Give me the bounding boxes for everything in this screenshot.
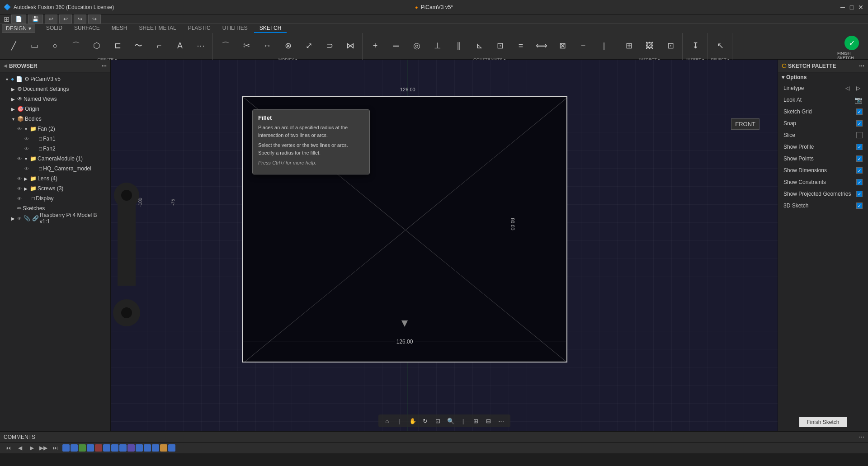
tree-item-doc-settings[interactable]: ▶ ⚙ Document Settings	[0, 84, 110, 94]
tl-item-6[interactable]	[103, 444, 110, 452]
mirror-button[interactable]: ⋈	[340, 34, 360, 57]
image-button[interactable]: 🖼	[640, 34, 660, 57]
undo2-button[interactable]: ↩	[59, 14, 72, 24]
comments-expand[interactable]: ⋯	[859, 434, 864, 440]
circle-button[interactable]: ○	[45, 34, 65, 57]
concentric-button[interactable]: ◎	[407, 34, 427, 57]
tl-item-8[interactable]	[119, 444, 127, 452]
sketch-grid-checkbox[interactable]: ✓	[856, 108, 863, 115]
break-button[interactable]: ⊗	[278, 34, 298, 57]
undo-button[interactable]: ↩	[45, 14, 57, 24]
snap-checkbox[interactable]: ✓	[856, 120, 863, 127]
linetype-left-button[interactable]: ◁	[843, 84, 852, 93]
palette-row-sketch-grid[interactable]: Sketch Grid ✓	[778, 106, 868, 118]
tree-item-origin[interactable]: ▶ 🎯 Origin	[0, 104, 110, 114]
grid-settings-button[interactable]: ⊟	[483, 416, 494, 425]
file-button[interactable]: 📄	[11, 14, 26, 24]
browser-collapse-icon[interactable]: ◀	[4, 63, 7, 68]
tl-item-1[interactable]	[62, 444, 70, 452]
tl-item-7[interactable]	[111, 444, 118, 452]
offset-button[interactable]: ⊃	[320, 34, 340, 57]
grid-icon[interactable]: ⊞	[4, 15, 9, 24]
modify-fillet-button[interactable]: ⌒	[216, 34, 236, 57]
rect-button[interactable]: ▭	[24, 34, 44, 57]
show-constraints-checkbox[interactable]: ✓	[856, 179, 863, 185]
tl-item-5[interactable]	[95, 444, 102, 452]
vert-button[interactable]: |	[594, 34, 614, 57]
design-dropdown[interactable]: DESIGN ▾	[2, 24, 35, 33]
tl-item-9[interactable]	[127, 444, 135, 452]
slice-checkbox[interactable]	[856, 132, 863, 138]
scale-button[interactable]: ⤢	[299, 34, 319, 57]
home-view-button[interactable]: ⌂	[382, 416, 393, 425]
tree-item-screws[interactable]: 👁 ▶ 📁 Screws (3)	[0, 184, 110, 193]
extend-button[interactable]: ↔	[257, 34, 277, 57]
tree-item-fan1[interactable]: 👁 □ Fan1	[0, 134, 110, 144]
finish-sketch-button[interactable]: ✓ FINISH SKETCH	[837, 35, 866, 61]
next-frame-button[interactable]: ▶▶	[39, 443, 48, 452]
tangent-button[interactable]: ⊡	[490, 34, 510, 57]
palette-expand-icon[interactable]: ⋯	[859, 63, 864, 69]
tab-solid[interactable]: SOLID	[41, 24, 68, 33]
fix-button[interactable]: ⊠	[552, 34, 572, 57]
palette-row-slice[interactable]: Slice	[778, 129, 868, 141]
slot-button[interactable]: ⊏	[108, 34, 127, 57]
midpoint-button[interactable]: ⊥	[428, 34, 448, 57]
arc-button[interactable]: ⌒	[66, 34, 86, 57]
look-at-button[interactable]: 📷	[854, 95, 863, 104]
tl-item-11[interactable]	[144, 444, 151, 452]
viewport[interactable]: 126.00 80.00 126.00 -100 -75 FRONT Fille	[111, 60, 778, 431]
tree-item-named-views[interactable]: ▶ 👁 Named Views	[0, 94, 110, 104]
palette-row-show-projected[interactable]: Show Projected Geometries ✓	[778, 188, 868, 200]
show-points-checkbox[interactable]: ✓	[856, 155, 863, 162]
spline-button[interactable]: 〜	[128, 34, 148, 57]
inspect-button[interactable]: ⊞	[619, 34, 639, 57]
tree-item-camera-module[interactable]: 👁 ▾ 📁 CameraModule (1)	[0, 154, 110, 164]
palette-row-3d-sketch[interactable]: 3D Sketch ✓	[778, 200, 868, 212]
tree-item-fan[interactable]: 👁 ▾ 📁 Fan (2)	[0, 124, 110, 134]
close-button[interactable]: ✕	[857, 4, 864, 11]
redo-button[interactable]: ↪	[74, 14, 86, 24]
prev-frame-button[interactable]: ◀	[15, 443, 24, 452]
zoom-in-button[interactable]: 🔍	[445, 416, 456, 425]
first-frame-button[interactable]: ⏮	[4, 443, 13, 452]
select-button[interactable]: ↖	[710, 34, 730, 57]
tl-item-2[interactable]	[71, 444, 78, 452]
parallel-button[interactable]: ∥	[448, 34, 468, 57]
tl-item-12[interactable]	[152, 444, 159, 452]
orbit-button[interactable]: ↻	[420, 416, 431, 425]
line-button[interactable]: ╱	[4, 34, 24, 57]
save-button[interactable]: 💾	[28, 14, 43, 24]
browser-menu-icon[interactable]: ⋯	[101, 63, 107, 69]
more-create[interactable]: ⋯	[191, 34, 211, 57]
tree-item-bodies[interactable]: ▾ 📦 Bodies	[0, 114, 110, 124]
tab-sketch[interactable]: SKETCH	[254, 24, 287, 33]
tab-mesh[interactable]: MESH	[106, 24, 133, 33]
redo2-button[interactable]: ↪	[88, 14, 101, 24]
last-frame-button[interactable]: ⏭	[51, 443, 60, 452]
finish-sketch-palette-button[interactable]: Finish Sketch	[799, 417, 846, 427]
show-dimensions-checkbox[interactable]: ✓	[856, 167, 863, 174]
palette-row-show-dimensions[interactable]: Show Dimensions ✓	[778, 165, 868, 176]
palette-row-show-constraints[interactable]: Show Constraints ✓	[778, 176, 868, 188]
fillet-create-button[interactable]: ⌐	[149, 34, 169, 57]
perp-button[interactable]: ⊾	[469, 34, 489, 57]
display-settings-button[interactable]: ⊞	[471, 416, 481, 425]
sym-button[interactable]: ⟺	[532, 34, 552, 57]
show-projected-checkbox[interactable]: ✓	[856, 191, 863, 197]
tab-utilities[interactable]: UTILITIES	[217, 24, 253, 33]
zoom-fit-button[interactable]: ⊡	[433, 416, 443, 425]
palette-row-snap[interactable]: Snap ✓	[778, 118, 868, 129]
options-section-header[interactable]: ▾ Options	[778, 72, 868, 82]
tree-item-hq-camera[interactable]: 👁 □ HQ_Camera_model	[0, 164, 110, 174]
tree-item-rpi[interactable]: ▶ 👁 📎 🔗 Raspberry Pi 4 Model B v1:1	[0, 213, 110, 223]
tl-item-10[interactable]	[136, 444, 143, 452]
tree-item-root[interactable]: ▾ ● 📄 ⚙ PiCamV3 v5	[0, 74, 110, 84]
palette-row-show-profile[interactable]: Show Profile ✓	[778, 141, 868, 153]
tab-sheetmetal[interactable]: SHEET METAL	[133, 24, 181, 33]
tl-item-14[interactable]	[168, 444, 175, 452]
inspect2-button[interactable]: ⊡	[660, 34, 680, 57]
tree-item-fan2[interactable]: 👁 □ Fan2	[0, 144, 110, 154]
equal-button[interactable]: =	[511, 34, 531, 57]
collinear-button[interactable]: ═	[386, 34, 406, 57]
